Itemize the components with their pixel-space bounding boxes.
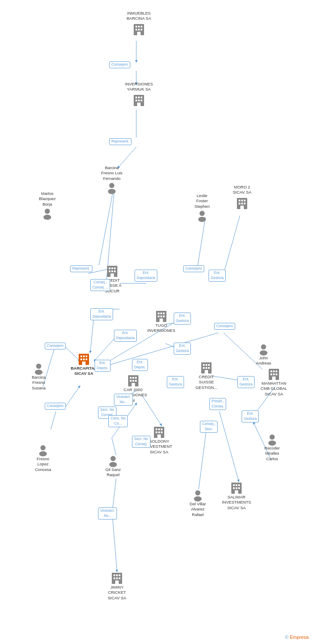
node-barcina-fresno-luis[interactable]: Barcina Fresno Luis Fernando: [97, 165, 127, 194]
barcapital-label: BARCAPITAL SICAV SA: [71, 366, 97, 377]
badge-ent-gestora1[interactable]: Ent. Gestora: [209, 270, 226, 282]
node-john-andreas[interactable]: John Andreas: [249, 343, 279, 367]
barcina-fresno-luis-icon: [106, 182, 118, 194]
badge-ent-depositaria2[interactable]: Ent. Depositaria: [90, 308, 113, 320]
svg-rect-34: [135, 26, 137, 27]
svg-rect-74: [80, 355, 82, 357]
svg-rect-76: [86, 355, 87, 357]
inmuebles-label: INMUEBLES BARCINA SA: [126, 11, 151, 21]
svg-point-124: [39, 451, 47, 456]
svg-rect-84: [163, 313, 165, 314]
node-gil-sanz[interactable]: Gil Sanz Raquel: [98, 455, 128, 479]
svg-point-123: [40, 445, 46, 450]
tugo-icon: [154, 309, 168, 323]
node-credit-suisse-gestion[interactable]: CREDIT SUISSE GESTION...: [191, 361, 221, 391]
node-tugo[interactable]: TUGO INVERSIONES: [146, 309, 176, 334]
badge-ent-depos5[interactable]: Ent. Depos.: [132, 359, 148, 371]
badge-secr-no-consej2[interactable]: Secr. No Consej.: [132, 436, 150, 448]
credit-suisse-gestion-icon: [199, 361, 213, 374]
badge-ent-gestora2[interactable]: Ent. Gestora: [174, 313, 191, 325]
badge-consej-secr[interactable]: Consej., Secr.: [200, 421, 218, 433]
svg-rect-93: [203, 367, 205, 369]
svg-rect-91: [206, 364, 207, 366]
node-inversiones-yarmuk[interactable]: INVERSIONES YARMUK SA: [122, 82, 156, 107]
svg-rect-40: [137, 32, 141, 35]
svg-rect-92: [208, 364, 210, 366]
tugo-label: TUGO INVERSIONES: [147, 323, 175, 334]
svg-rect-45: [135, 100, 137, 101]
svg-rect-60: [241, 203, 243, 204]
jiminy-icon: [110, 571, 124, 585]
badge-represent1[interactable]: Represent.: [109, 138, 132, 145]
svg-rect-46: [138, 100, 140, 101]
badge-consejero2[interactable]: Consejero: [183, 265, 204, 272]
badge-vicesecr-no1[interactable]: Vicesecr. No...: [114, 394, 133, 406]
svg-rect-43: [138, 97, 140, 98]
svg-line-25: [65, 386, 80, 407]
credit-suisse-a-icon: [105, 264, 119, 278]
jiminy-label: JIMINY CRICKET SICAV SA: [107, 585, 126, 601]
svg-rect-98: [270, 371, 272, 372]
svg-rect-44: [141, 97, 142, 98]
svg-rect-80: [82, 361, 86, 365]
badge-consejero3[interactable]: Consejero: [214, 323, 235, 330]
badge-ent-depositaria3[interactable]: Ent. Depositaria: [114, 330, 137, 342]
svg-rect-90: [203, 364, 205, 366]
node-fresno-lopez[interactable]: Fresno Lopez Concesa: [28, 444, 58, 473]
badge-represent2[interactable]: Represent.: [70, 265, 92, 272]
svg-rect-88: [160, 319, 163, 322]
barcina-fresno-susana-icon: [33, 363, 45, 375]
svg-rect-134: [236, 487, 237, 489]
badge-ent-gestora4[interactable]: Ent. Gestora: [167, 376, 184, 388]
badge-ent-gestora6[interactable]: Ent. Gestora: [242, 410, 259, 422]
svg-point-51: [45, 209, 50, 214]
svg-rect-144: [116, 577, 118, 579]
del-villar-label: Del Villar Alvarez Rafael: [190, 501, 206, 517]
badge-consejero-barcina[interactable]: Consejero: [45, 343, 66, 349]
badge-ent-gestora5[interactable]: Ent. Gestora: [237, 376, 255, 388]
svg-rect-77: [80, 358, 82, 360]
node-moro2[interactable]: MORO 2 SICAV SA: [227, 185, 257, 210]
badge-ent-depositaria4[interactable]: Ent. Depos.: [95, 360, 110, 372]
manhattan-label: MANHATTAN CMB GLOBAL SICAV SA: [261, 381, 287, 397]
svg-rect-116: [156, 428, 157, 430]
svg-rect-130: [233, 484, 235, 486]
node-del-villar[interactable]: Del Villar Alvarez Rafael: [183, 489, 213, 518]
node-barcina-fresno-susana[interactable]: Barcina Fresno Susana: [24, 363, 54, 392]
svg-rect-131: [236, 484, 237, 486]
inmuebles-icon: [132, 22, 146, 36]
inversiones-yarmuk-icon: [132, 93, 146, 107]
badge-vicesecr-no2[interactable]: Vicesecr. No...: [98, 507, 117, 519]
badge-consejero1[interactable]: Consejero: [109, 61, 130, 68]
moro2-label: MORO 2 SICAV SA: [233, 185, 251, 195]
svg-rect-71: [114, 270, 116, 272]
svg-line-31: [219, 411, 239, 481]
node-recoder[interactable]: Recoder Miralles Carlos: [257, 434, 287, 462]
svg-rect-146: [115, 580, 119, 584]
svg-point-106: [35, 370, 43, 375]
john-andreas-label: John Andreas: [256, 355, 271, 366]
node-salimar[interactable]: SALIMAR INVESTMENTS SICAV SA: [219, 481, 254, 511]
badge-consejero-fresno[interactable]: Consejero: [45, 403, 66, 410]
svg-line-26: [112, 438, 116, 455]
svg-point-53: [199, 211, 205, 216]
svg-point-138: [268, 440, 276, 446]
badge-ent-depositaria1[interactable]: Ent. Depositaria: [135, 270, 157, 282]
badge-consj-no[interactable]: Cons. No Co...: [108, 415, 128, 427]
node-manhattan[interactable]: MANHATTAN CMB GLOBAL SICAV SA: [257, 367, 291, 398]
node-jiminy[interactable]: JIMINY CRICKET SICAV SA: [100, 571, 134, 601]
badge-ent-gestora3[interactable]: Ent. Gestora: [174, 343, 191, 355]
svg-point-63: [261, 344, 266, 349]
svg-rect-104: [272, 377, 276, 380]
badge-consej-consej1[interactable]: Consej., Consej....: [90, 279, 110, 291]
svg-rect-108: [130, 377, 132, 379]
node-leslie-foster[interactable]: Leslie Foster Stephen: [187, 193, 217, 222]
barcapital-icon: [77, 352, 91, 366]
badge-presid-consj[interactable]: Presid., Consej.: [209, 398, 226, 410]
svg-rect-69: [109, 270, 110, 272]
svg-rect-132: [238, 484, 240, 486]
node-martos-blazquez[interactable]: Martos Blazquez Borja: [32, 191, 62, 220]
node-inmuebles[interactable]: INMUEBLES BARCINA SA: [122, 11, 156, 36]
svg-rect-136: [235, 490, 238, 494]
svg-line-4: [99, 193, 113, 265]
